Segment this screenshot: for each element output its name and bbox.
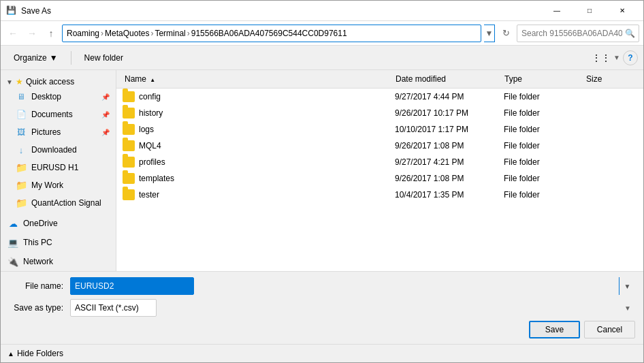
table-row[interactable]: config9/27/2017 4:44 PMFile folder bbox=[116, 89, 643, 105]
quick-access-icon: ★ bbox=[16, 77, 23, 86]
pin-icon-pictures: 📌 bbox=[101, 129, 110, 136]
col-date[interactable]: Date modified bbox=[393, 73, 502, 85]
refresh-button[interactable]: ↻ bbox=[498, 25, 514, 42]
hide-folders-label: Hide Folders bbox=[17, 349, 63, 358]
cancel-button[interactable]: Cancel bbox=[584, 321, 635, 338]
path-segment-hash[interactable]: 915566BA06ADA407569C544CC0D97611 bbox=[191, 29, 347, 38]
filetype-select[interactable]: ASCII Text (*.csv) bbox=[70, 299, 157, 317]
table-row[interactable]: profiles9/27/2017 4:21 PMFile folder bbox=[116, 154, 643, 170]
main-content: ▼ ★ Quick access 🖥 Desktop 📌 📄 Documents… bbox=[1, 70, 643, 271]
organize-button[interactable]: Organize ▼ bbox=[6, 49, 65, 67]
path-segment-terminal[interactable]: Terminal bbox=[155, 29, 185, 38]
filename-input[interactable] bbox=[70, 277, 194, 295]
help-button[interactable]: ? bbox=[623, 50, 638, 65]
sidebar-item-desktop-label: Desktop bbox=[31, 92, 61, 101]
file-name-cell: tester bbox=[123, 189, 392, 200]
sidebar-item-quantaction[interactable]: 📁 QuantAction Signal bbox=[1, 194, 116, 212]
path-segment-roaming[interactable]: Roaming bbox=[67, 29, 99, 38]
sidebar-item-pictures-label: Pictures bbox=[31, 127, 61, 137]
sidebar-item-onedrive-label: OneDrive bbox=[23, 219, 58, 228]
file-name-cell: templates bbox=[123, 173, 392, 184]
table-row[interactable]: history9/26/2017 10:17 PMFile folder bbox=[116, 105, 643, 121]
folder-icon bbox=[123, 140, 135, 151]
close-button[interactable]: ✕ bbox=[607, 1, 638, 21]
filetype-label: Save as type: bbox=[9, 303, 70, 313]
up-button[interactable]: ↑ bbox=[43, 25, 59, 42]
sidebar-item-onedrive[interactable]: ☁ OneDrive bbox=[1, 215, 116, 232]
sidebar-item-desktop[interactable]: 🖥 Desktop 📌 bbox=[1, 88, 116, 106]
file-type: File folder bbox=[501, 140, 583, 152]
file-name-cell: profiles bbox=[123, 157, 392, 168]
table-row[interactable]: MQL49/26/2017 1:08 PMFile folder bbox=[116, 138, 643, 154]
sidebar-item-documents[interactable]: 📄 Documents 📌 bbox=[1, 106, 116, 123]
sidebar-item-thispc-label: This PC bbox=[23, 238, 52, 247]
new-folder-button[interactable]: New folder bbox=[77, 49, 131, 67]
file-name: history bbox=[139, 108, 163, 118]
file-name: profiles bbox=[139, 157, 165, 167]
select-chevron-icon: ▼ bbox=[624, 304, 631, 312]
file-size bbox=[583, 193, 637, 196]
file-date: 9/26/2017 1:08 PM bbox=[392, 140, 501, 152]
desktop-icon: 🖥 bbox=[15, 91, 27, 103]
onedrive-icon: ☁ bbox=[7, 217, 19, 230]
filename-row: File name: ▼ bbox=[9, 277, 635, 295]
window-icon: 💾 bbox=[6, 5, 17, 16]
documents-icon: 📄 bbox=[15, 108, 27, 121]
sidebar-item-eurusd-label: EURUSD H1 bbox=[31, 163, 78, 172]
hide-folders-chevron-icon: ▲ bbox=[7, 350, 14, 358]
pin-icon-documents: 📌 bbox=[101, 111, 110, 119]
sidebar-item-mywork-label: My Work bbox=[31, 180, 63, 190]
forward-button[interactable]: → bbox=[24, 25, 40, 42]
save-as-dialog: 💾 Save As — □ ✕ ← → ↑ Roaming › MetaQuot… bbox=[0, 0, 644, 363]
sidebar-item-mywork[interactable]: 📁 My Work bbox=[1, 176, 116, 194]
table-row[interactable]: tester10/4/2017 1:35 PMFile folder bbox=[116, 187, 643, 203]
sidebar-item-network[interactable]: 🔌 Network bbox=[1, 253, 116, 270]
bottom-section: File name: ▼ Save as type: ASCII Text (*… bbox=[1, 271, 643, 344]
address-path[interactable]: Roaming › MetaQuotes › Terminal › 915566… bbox=[62, 25, 481, 42]
table-row[interactable]: templates9/26/2017 1:08 PMFile folder bbox=[116, 170, 643, 187]
save-button[interactable]: Save bbox=[529, 321, 580, 338]
sidebar-item-quantaction-label: QuantAction Signal bbox=[31, 198, 101, 208]
address-dropdown-button[interactable]: ▼ bbox=[484, 25, 495, 42]
file-name: logs bbox=[139, 125, 154, 134]
table-row[interactable]: logs10/10/2017 1:17 PMFile folder bbox=[116, 121, 643, 138]
file-name-cell: logs bbox=[123, 124, 392, 135]
file-name: templates bbox=[139, 174, 174, 183]
file-size bbox=[583, 95, 637, 98]
file-type: File folder bbox=[501, 123, 583, 136]
sidebar-item-pictures[interactable]: 🖼 Pictures 📌 bbox=[1, 123, 116, 141]
folder-icon bbox=[123, 91, 135, 102]
quick-access-header[interactable]: ▼ ★ Quick access bbox=[1, 73, 116, 88]
col-name[interactable]: Name ▲ bbox=[122, 73, 393, 85]
view-button[interactable]: ⋮⋮ bbox=[592, 49, 611, 67]
sidebar-item-downloaded[interactable]: ↓ Downloaded bbox=[1, 141, 116, 159]
view-dropdown-icon: ▼ bbox=[613, 54, 620, 61]
hide-folders-row[interactable]: ▲ Hide Folders bbox=[1, 344, 643, 362]
quick-access-chevron: ▼ bbox=[6, 78, 13, 86]
sort-arrow: ▲ bbox=[150, 77, 155, 83]
folder-icon bbox=[123, 124, 135, 135]
filename-dropdown-button[interactable]: ▼ bbox=[619, 277, 635, 295]
file-size bbox=[583, 144, 637, 147]
file-name: MQL4 bbox=[139, 141, 161, 151]
view-icon: ⋮⋮ bbox=[592, 52, 611, 63]
back-button[interactable]: ← bbox=[5, 25, 21, 42]
file-name-cell: config bbox=[123, 91, 392, 102]
col-size[interactable]: Size bbox=[583, 73, 638, 85]
quantaction-folder-icon: 📁 bbox=[15, 197, 27, 209]
sidebar-item-thispc[interactable]: 💻 This PC bbox=[1, 234, 116, 251]
maximize-button[interactable]: □ bbox=[574, 1, 605, 21]
file-type: File folder bbox=[501, 107, 583, 119]
path-segment-metaquotes[interactable]: MetaQuotes bbox=[105, 29, 149, 38]
minimize-button[interactable]: — bbox=[541, 1, 573, 21]
file-type: File folder bbox=[501, 156, 583, 168]
file-size bbox=[583, 112, 637, 114]
file-date: 9/26/2017 1:08 PM bbox=[392, 172, 501, 185]
file-name-cell: MQL4 bbox=[123, 140, 392, 151]
search-wrap: 🔍 bbox=[517, 25, 639, 42]
search-input[interactable] bbox=[517, 25, 639, 42]
file-date: 9/27/2017 4:44 PM bbox=[392, 91, 501, 103]
col-type[interactable]: Type bbox=[502, 73, 583, 85]
window-title: Save As bbox=[21, 6, 541, 16]
sidebar-item-eurusd[interactable]: 📁 EURUSD H1 bbox=[1, 159, 116, 176]
